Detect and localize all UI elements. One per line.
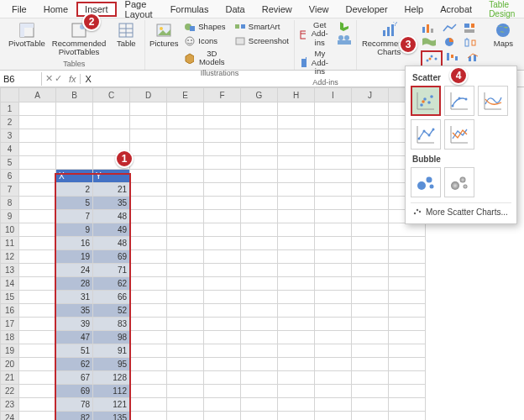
cell[interactable] [19, 291, 56, 304]
cell[interactable]: 35 [93, 197, 130, 210]
cell[interactable] [352, 237, 389, 250]
spreadsheet-grid[interactable]: A B C D E F G H I J K 123456XY7221853597… [0, 87, 426, 420]
cell[interactable] [241, 412, 278, 421]
cell[interactable] [389, 398, 426, 412]
cell[interactable] [93, 102, 130, 116]
cell[interactable] [278, 398, 315, 412]
cell[interactable] [278, 385, 315, 398]
cell[interactable] [130, 237, 167, 250]
cell[interactable] [19, 385, 56, 398]
cell[interactable] [204, 143, 241, 156]
cell[interactable]: 62 [56, 358, 93, 371]
cell[interactable] [167, 237, 204, 250]
col-header[interactable]: H [278, 88, 315, 102]
cell[interactable]: 21 [93, 183, 130, 197]
formula-content[interactable]: X [81, 74, 97, 84]
combo-chart-icon[interactable] [466, 50, 485, 62]
cell[interactable] [204, 116, 241, 129]
name-box[interactable]: B6 [0, 72, 42, 86]
cell[interactable] [130, 318, 167, 331]
cancel-icon[interactable]: ✕ [45, 73, 53, 84]
cell[interactable] [130, 102, 167, 116]
tab-view[interactable]: View [301, 2, 338, 17]
scatter-option-smooth-lines[interactable] [478, 86, 508, 116]
cell[interactable] [278, 129, 315, 143]
cell[interactable] [278, 318, 315, 331]
cell[interactable] [19, 304, 56, 318]
cell[interactable] [19, 358, 56, 371]
cell[interactable] [278, 250, 315, 264]
cell[interactable] [167, 331, 204, 344]
cell[interactable] [19, 223, 56, 237]
row-header[interactable]: 6 [1, 170, 19, 183]
cell[interactable] [241, 398, 278, 412]
col-header[interactable]: D [130, 88, 167, 102]
cell[interactable] [352, 304, 389, 318]
more-scatter-charts-link[interactable]: More Scatter Charts... [411, 202, 511, 220]
cell[interactable] [241, 277, 278, 291]
cell[interactable] [167, 412, 204, 421]
bubble-option-2d[interactable] [411, 167, 441, 197]
row-header[interactable]: 19 [1, 344, 19, 358]
scatter-option-straight-lines-markers[interactable] [411, 119, 441, 150]
cell[interactable] [204, 318, 241, 331]
cell[interactable] [315, 183, 352, 197]
cell[interactable] [167, 264, 204, 277]
cell[interactable] [278, 102, 315, 116]
cell[interactable]: 19 [56, 250, 93, 264]
cell[interactable] [278, 116, 315, 129]
cell[interactable] [315, 344, 352, 358]
cell[interactable]: 48 [93, 237, 130, 250]
cell[interactable] [241, 304, 278, 318]
cell[interactable] [204, 197, 241, 210]
cell[interactable] [93, 116, 130, 129]
cell[interactable]: 91 [93, 344, 130, 358]
cell[interactable] [241, 116, 278, 129]
cell[interactable] [167, 197, 204, 210]
cell[interactable] [389, 291, 426, 304]
row-header[interactable]: 24 [1, 412, 19, 421]
row-header[interactable]: 7 [1, 183, 19, 197]
cell[interactable] [315, 197, 352, 210]
col-header[interactable]: I [315, 88, 352, 102]
cell[interactable] [315, 116, 352, 129]
cell[interactable] [19, 210, 56, 223]
cell[interactable] [278, 223, 315, 237]
cell[interactable] [278, 331, 315, 344]
cell[interactable] [315, 385, 352, 398]
cell[interactable] [204, 183, 241, 197]
cell[interactable] [352, 143, 389, 156]
line-chart-icon[interactable] [442, 22, 460, 34]
cell[interactable]: 95 [93, 358, 130, 371]
col-header[interactable]: J [352, 88, 389, 102]
cell[interactable] [352, 385, 389, 398]
cell[interactable] [315, 210, 352, 223]
cell[interactable] [130, 344, 167, 358]
cell[interactable] [352, 223, 389, 237]
cell[interactable]: 62 [93, 277, 130, 291]
cell[interactable] [204, 344, 241, 358]
smartart-button[interactable]: SmartArt [233, 20, 291, 34]
cell[interactable] [241, 250, 278, 264]
cell[interactable] [315, 237, 352, 250]
pie-chart-icon[interactable] [442, 36, 460, 48]
cell[interactable] [204, 170, 241, 183]
bubble-option-3d[interactable] [444, 167, 474, 197]
row-header[interactable]: 13 [1, 264, 19, 277]
my-addins-button[interactable]: My Add-ins [298, 49, 333, 76]
row-header[interactable]: 4 [1, 143, 19, 156]
cell[interactable] [93, 129, 130, 143]
row-header[interactable]: 15 [1, 291, 19, 304]
cell[interactable] [278, 237, 315, 250]
cell[interactable] [352, 398, 389, 412]
cell[interactable]: 71 [93, 264, 130, 277]
cell[interactable] [352, 371, 389, 385]
cell[interactable] [352, 277, 389, 291]
cell[interactable]: 121 [93, 398, 130, 412]
cell[interactable] [130, 156, 167, 170]
cell[interactable] [241, 331, 278, 344]
cell[interactable] [167, 170, 204, 183]
cell[interactable] [389, 237, 426, 250]
tab-acrobat[interactable]: Acrobat [432, 2, 480, 17]
stat-chart-icon[interactable] [463, 36, 481, 48]
